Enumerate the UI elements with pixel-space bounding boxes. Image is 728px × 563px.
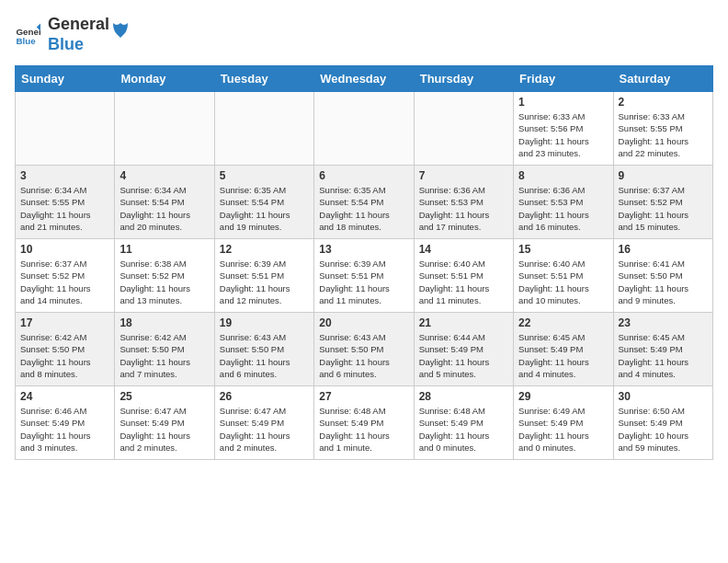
day-info: Sunrise: 6:37 AM Sunset: 5:52 PM Dayligh… [619, 184, 708, 233]
day-info: Sunrise: 6:46 AM Sunset: 5:49 PM Dayligh… [20, 405, 109, 454]
calendar-day-cell: 8Sunrise: 6:36 AM Sunset: 5:53 PM Daylig… [514, 166, 613, 239]
day-number: 18 [119, 316, 209, 329]
day-number: 15 [518, 243, 608, 256]
day-info: Sunrise: 6:48 AM Sunset: 5:49 PM Dayligh… [319, 405, 408, 454]
calendar-week-row: 10Sunrise: 6:37 AM Sunset: 5:52 PM Dayli… [16, 239, 713, 313]
logo: General Blue General Blue [15, 15, 130, 54]
calendar-day-cell: 27Sunrise: 6:48 AM Sunset: 5:49 PM Dayli… [314, 386, 414, 460]
calendar-day-cell: 15Sunrise: 6:40 AM Sunset: 5:51 PM Dayli… [514, 239, 613, 313]
day-info: Sunrise: 6:44 AM Sunset: 5:49 PM Dayligh… [419, 331, 508, 380]
day-number: 23 [619, 316, 708, 329]
calendar-day-cell: 22Sunrise: 6:45 AM Sunset: 5:49 PM Dayli… [514, 313, 613, 386]
calendar-day-cell: 1Sunrise: 6:33 AM Sunset: 5:56 PM Daylig… [514, 92, 613, 166]
calendar-day-cell: 9Sunrise: 6:37 AM Sunset: 5:52 PM Daylig… [613, 166, 712, 239]
calendar-day-cell [214, 92, 313, 166]
calendar-day-cell [16, 92, 115, 166]
day-info: Sunrise: 6:33 AM Sunset: 5:55 PM Dayligh… [619, 110, 708, 159]
calendar-day-cell: 14Sunrise: 6:40 AM Sunset: 5:51 PM Dayli… [414, 239, 513, 313]
svg-text:Blue: Blue [16, 35, 36, 45]
calendar-day-cell [115, 92, 214, 166]
day-info: Sunrise: 6:36 AM Sunset: 5:53 PM Dayligh… [419, 184, 508, 233]
day-number: 6 [319, 169, 408, 182]
day-info: Sunrise: 6:43 AM Sunset: 5:50 PM Dayligh… [319, 331, 408, 380]
calendar-week-row: 24Sunrise: 6:46 AM Sunset: 5:49 PM Dayli… [16, 386, 713, 460]
header: General Blue General Blue [15, 15, 713, 54]
day-number: 19 [220, 316, 309, 329]
calendar-day-cell: 24Sunrise: 6:46 AM Sunset: 5:49 PM Dayli… [16, 386, 115, 460]
weekday-header: Friday [514, 66, 613, 92]
day-number: 21 [419, 316, 508, 329]
calendar-day-cell: 4Sunrise: 6:34 AM Sunset: 5:54 PM Daylig… [115, 166, 214, 239]
day-number: 10 [20, 243, 109, 256]
day-number: 22 [518, 316, 608, 329]
day-number: 20 [319, 316, 408, 329]
day-number: 26 [220, 390, 309, 403]
calendar-day-cell: 11Sunrise: 6:38 AM Sunset: 5:52 PM Dayli… [115, 239, 214, 313]
calendar-day-cell: 16Sunrise: 6:41 AM Sunset: 5:50 PM Dayli… [613, 239, 712, 313]
logo-icon: General Blue [15, 22, 40, 48]
day-info: Sunrise: 6:43 AM Sunset: 5:50 PM Dayligh… [220, 331, 309, 380]
weekday-header: Tuesday [214, 66, 313, 92]
calendar-day-cell: 6Sunrise: 6:35 AM Sunset: 5:54 PM Daylig… [314, 166, 414, 239]
calendar-week-row: 17Sunrise: 6:42 AM Sunset: 5:50 PM Dayli… [16, 313, 713, 386]
day-number: 30 [619, 390, 708, 403]
day-number: 14 [419, 243, 508, 256]
weekday-header: Wednesday [314, 66, 414, 92]
day-number: 11 [119, 243, 209, 256]
calendar-week-row: 1Sunrise: 6:33 AM Sunset: 5:56 PM Daylig… [16, 92, 713, 166]
page: General Blue General Blue SundayMondayTu… [0, 0, 728, 475]
calendar-day-cell: 30Sunrise: 6:50 AM Sunset: 5:49 PM Dayli… [613, 386, 712, 460]
day-info: Sunrise: 6:47 AM Sunset: 5:49 PM Dayligh… [220, 405, 309, 454]
day-number: 16 [619, 243, 708, 256]
calendar-day-cell: 10Sunrise: 6:37 AM Sunset: 5:52 PM Dayli… [16, 239, 115, 313]
day-info: Sunrise: 6:45 AM Sunset: 5:49 PM Dayligh… [619, 331, 708, 380]
calendar-day-cell: 28Sunrise: 6:48 AM Sunset: 5:49 PM Dayli… [414, 386, 513, 460]
calendar-day-cell: 5Sunrise: 6:35 AM Sunset: 5:54 PM Daylig… [214, 166, 313, 239]
logo-blue: Blue [48, 35, 109, 55]
day-info: Sunrise: 6:42 AM Sunset: 5:50 PM Dayligh… [119, 331, 209, 380]
day-info: Sunrise: 6:42 AM Sunset: 5:50 PM Dayligh… [20, 331, 109, 380]
day-info: Sunrise: 6:38 AM Sunset: 5:52 PM Dayligh… [119, 258, 209, 306]
weekday-header: Monday [115, 66, 214, 92]
calendar-day-cell: 29Sunrise: 6:49 AM Sunset: 5:49 PM Dayli… [514, 386, 613, 460]
day-number: 2 [619, 96, 708, 109]
day-info: Sunrise: 6:36 AM Sunset: 5:53 PM Dayligh… [518, 184, 608, 233]
day-info: Sunrise: 6:33 AM Sunset: 5:56 PM Dayligh… [518, 110, 608, 159]
day-number: 12 [220, 243, 309, 256]
day-info: Sunrise: 6:35 AM Sunset: 5:54 PM Dayligh… [319, 184, 408, 233]
calendar-day-cell [314, 92, 414, 166]
calendar-day-cell: 21Sunrise: 6:44 AM Sunset: 5:49 PM Dayli… [414, 313, 513, 386]
day-info: Sunrise: 6:40 AM Sunset: 5:51 PM Dayligh… [518, 258, 608, 306]
day-info: Sunrise: 6:39 AM Sunset: 5:51 PM Dayligh… [220, 258, 309, 306]
calendar-day-cell: 18Sunrise: 6:42 AM Sunset: 5:50 PM Dayli… [115, 313, 214, 386]
day-number: 1 [518, 96, 608, 109]
calendar-header-row: SundayMondayTuesdayWednesdayThursdayFrid… [16, 66, 713, 92]
weekday-header: Sunday [16, 66, 115, 92]
calendar-day-cell: 20Sunrise: 6:43 AM Sunset: 5:50 PM Dayli… [314, 313, 414, 386]
day-info: Sunrise: 6:48 AM Sunset: 5:49 PM Dayligh… [419, 405, 508, 454]
day-number: 4 [119, 169, 209, 182]
calendar-day-cell: 7Sunrise: 6:36 AM Sunset: 5:53 PM Daylig… [414, 166, 513, 239]
calendar-day-cell: 17Sunrise: 6:42 AM Sunset: 5:50 PM Dayli… [16, 313, 115, 386]
day-number: 3 [20, 169, 109, 182]
calendar-day-cell: 25Sunrise: 6:47 AM Sunset: 5:49 PM Dayli… [115, 386, 214, 460]
calendar-day-cell: 13Sunrise: 6:39 AM Sunset: 5:51 PM Dayli… [314, 239, 414, 313]
day-info: Sunrise: 6:50 AM Sunset: 5:49 PM Dayligh… [619, 405, 708, 454]
day-number: 17 [20, 316, 109, 329]
day-info: Sunrise: 6:45 AM Sunset: 5:49 PM Dayligh… [518, 331, 608, 380]
day-number: 9 [619, 169, 708, 182]
day-info: Sunrise: 6:34 AM Sunset: 5:55 PM Dayligh… [20, 184, 109, 233]
day-number: 28 [419, 390, 508, 403]
day-number: 5 [220, 169, 309, 182]
day-number: 24 [20, 390, 109, 403]
calendar-day-cell: 26Sunrise: 6:47 AM Sunset: 5:49 PM Dayli… [214, 386, 313, 460]
calendar-day-cell [414, 92, 513, 166]
weekday-header: Thursday [414, 66, 513, 92]
day-info: Sunrise: 6:49 AM Sunset: 5:49 PM Dayligh… [518, 405, 608, 454]
logo-wave-icon [111, 21, 130, 40]
calendar-day-cell: 23Sunrise: 6:45 AM Sunset: 5:49 PM Dayli… [613, 313, 712, 386]
day-number: 13 [319, 243, 408, 256]
day-info: Sunrise: 6:37 AM Sunset: 5:52 PM Dayligh… [20, 258, 109, 306]
day-info: Sunrise: 6:40 AM Sunset: 5:51 PM Dayligh… [419, 258, 508, 306]
calendar-day-cell: 19Sunrise: 6:43 AM Sunset: 5:50 PM Dayli… [214, 313, 313, 386]
